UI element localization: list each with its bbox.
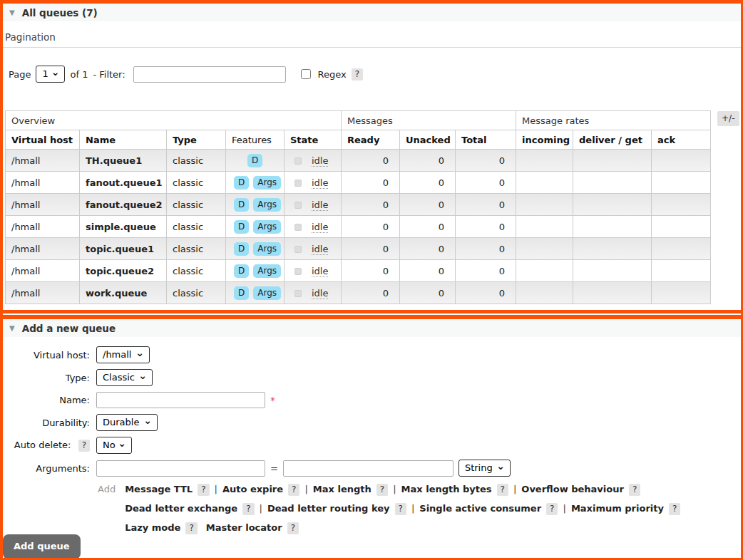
help-icon[interactable]: ? [198, 484, 209, 496]
add-queue-button[interactable]: Add queue [3, 534, 81, 559]
argument-link[interactable]: Max length bytes [401, 484, 492, 494]
cell-type: classic [167, 194, 226, 216]
cell-rate-deliver-get [573, 282, 652, 304]
argument-link[interactable]: Maximum priority [571, 503, 664, 514]
argument-link[interactable]: Lazy mode [125, 522, 180, 533]
cell-rate-incoming [516, 150, 573, 172]
help-icon[interactable]: ? [242, 503, 254, 515]
regex-help-icon[interactable]: ? [352, 68, 363, 81]
help-icon[interactable]: ? [629, 484, 640, 496]
state-label: idle [312, 155, 328, 167]
col-unacked[interactable]: Unacked [400, 130, 456, 150]
collapse-triangle-icon[interactable]: ▼ [9, 325, 15, 332]
cell-rate-ack [652, 150, 711, 172]
argument-link[interactable]: Message TTL [125, 484, 193, 494]
help-icon[interactable]: ? [497, 484, 508, 496]
cell-name[interactable]: topic.queue2 [80, 260, 167, 282]
state-label: idle [312, 177, 328, 189]
table-row: /hmall fanout.queue2 classic DArgs idle … [6, 194, 711, 216]
durability-select[interactable]: Durable [96, 414, 158, 431]
argument-shortcuts: Add Message TTL?|Auto expire?|Max length… [98, 484, 741, 541]
cell-unacked: 0 [400, 260, 456, 282]
queues-table-body: /hmall TH.queue1 classic D idle 0 0 0 /h… [6, 150, 711, 304]
type-select[interactable]: Classic [96, 369, 153, 386]
table-row: /hmall TH.queue1 classic D idle 0 0 0 [6, 150, 711, 172]
argument-shortcut-lines: Message TTL?|Auto expire?|Max length?|Ma… [125, 484, 680, 541]
col-incoming[interactable]: incoming [516, 130, 573, 150]
regex-checkbox[interactable] [301, 69, 311, 79]
cell-rate-ack [652, 172, 711, 194]
column-toggle-button[interactable]: +/- [717, 111, 739, 126]
filter-input[interactable] [133, 66, 286, 83]
cell-rate-ack [652, 194, 711, 216]
cell-features: D [226, 150, 285, 172]
col-ready[interactable]: Ready [342, 130, 400, 150]
col-name[interactable]: Name [80, 130, 167, 150]
help-icon[interactable]: ? [546, 503, 558, 515]
separator: | [513, 484, 516, 494]
page-select-wrap: 1 [36, 66, 65, 83]
argument-link[interactable]: Master locator [206, 522, 282, 533]
auto-delete-help-icon[interactable]: ? [78, 440, 90, 452]
cell-vhost: /hmall [6, 216, 80, 238]
argument-key-input[interactable] [96, 460, 265, 477]
argument-link[interactable]: Dead letter routing key [267, 503, 390, 514]
pagination-heading: Pagination [3, 31, 741, 48]
cell-rate-deliver-get [573, 172, 652, 194]
separator: | [411, 503, 414, 514]
cell-name[interactable]: topic.queue1 [80, 238, 167, 260]
cell-name[interactable]: fanout.queue2 [80, 194, 167, 216]
argument-type-select[interactable]: String [458, 460, 511, 477]
virtual-host-select[interactable]: /hmall [96, 346, 150, 363]
cell-rate-ack [652, 260, 711, 282]
col-virtual-host[interactable]: Virtual host [6, 130, 80, 150]
page-of-label: of 1 [70, 69, 88, 80]
feature-badge-d: D [234, 198, 249, 212]
cell-name[interactable]: simple.queue [80, 216, 167, 238]
table-row: /hmall simple.queue classic DArgs idle 0… [6, 216, 711, 238]
queues-table: Overview Messages Message rates Virtual … [5, 110, 711, 304]
cell-ready: 0 [342, 260, 400, 282]
page-select[interactable]: 1 [36, 66, 65, 83]
cell-vhost: /hmall [6, 194, 80, 216]
separator: | [215, 484, 217, 494]
feature-badge-d: D [247, 154, 262, 167]
col-deliver-get[interactable]: deliver / get [573, 130, 652, 150]
cell-unacked: 0 [400, 282, 456, 304]
argument-link[interactable]: Dead letter exchange [125, 503, 237, 514]
cell-name[interactable]: work.queue [80, 282, 167, 304]
help-icon[interactable]: ? [376, 484, 388, 496]
cell-name[interactable]: fanout.queue1 [80, 172, 167, 194]
argument-value-input[interactable] [283, 460, 454, 477]
cell-type: classic [167, 260, 226, 282]
argument-link[interactable]: Max length [313, 484, 372, 494]
help-icon[interactable]: ? [669, 503, 680, 515]
help-icon[interactable]: ? [395, 503, 406, 515]
auto-delete-select[interactable]: No [96, 437, 132, 454]
col-state[interactable]: State [285, 130, 342, 150]
col-ack[interactable]: ack [652, 130, 711, 150]
help-icon[interactable]: ? [287, 522, 299, 534]
col-type[interactable]: Type [167, 130, 226, 150]
separator: | [304, 484, 307, 494]
col-total[interactable]: Total [456, 130, 516, 150]
all-queues-section: ▼ All queues (7) Pagination Page 1 of 1 … [3, 4, 741, 319]
argument-type-select-wrap: String [458, 460, 511, 477]
help-icon[interactable]: ? [288, 484, 299, 496]
add-queue-header[interactable]: ▼ Add a new queue [3, 319, 741, 337]
cell-features: DArgs [226, 260, 285, 282]
argument-link[interactable]: Auto expire [222, 484, 283, 494]
cell-vhost: /hmall [6, 260, 80, 282]
cell-ready: 0 [342, 238, 400, 260]
cell-state: idle [285, 172, 342, 194]
argument-link[interactable]: Overflow behaviour [521, 484, 624, 494]
all-queues-header[interactable]: ▼ All queues (7) [3, 4, 741, 21]
cell-state: idle [285, 150, 342, 172]
queue-name-input[interactable] [96, 392, 265, 408]
cell-ready: 0 [342, 216, 400, 238]
collapse-triangle-icon[interactable]: ▼ [9, 9, 15, 16]
argument-link[interactable]: Single active consumer [419, 503, 541, 514]
cell-state: idle [285, 238, 342, 260]
help-icon[interactable]: ? [185, 522, 197, 534]
cell-name[interactable]: TH.queue1 [80, 150, 167, 172]
